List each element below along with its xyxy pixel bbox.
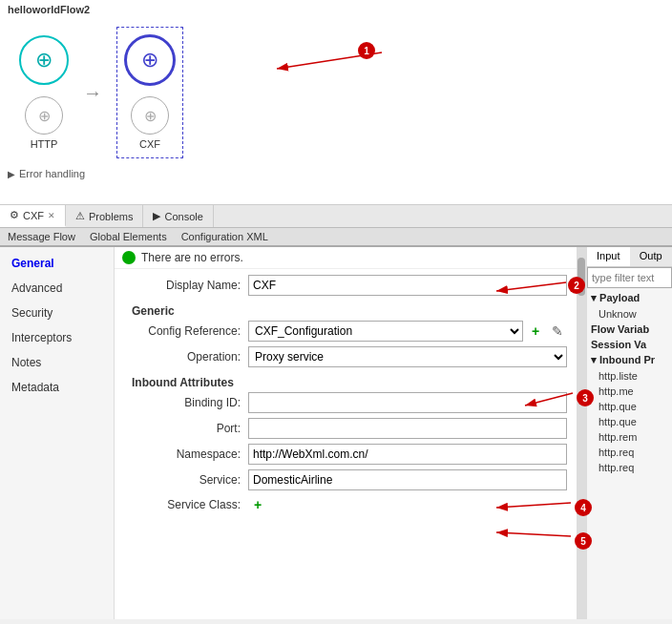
port-label: Port:: [124, 422, 248, 435]
namespace-row: Namespace:: [124, 444, 567, 465]
tree-payload[interactable]: ▾ Payload: [587, 290, 672, 306]
cxf-node-circle: ⊕: [125, 35, 175, 85]
cxf-node[interactable]: ⊕ ⊕ CXF: [125, 35, 175, 150]
service-class-label: Service Class:: [124, 498, 248, 511]
http-small-icon: ⊕: [38, 107, 51, 125]
right-panel: Input Outp ▾ Payload Unknow Flow Variab …: [586, 247, 672, 619]
scrollbar-thumb[interactable]: [578, 258, 585, 296]
tree-inbound-child-6: http.req: [587, 460, 672, 475]
service-input[interactable]: [248, 469, 567, 490]
tree-inbound-pr[interactable]: ▾ Inbound Pr: [587, 352, 672, 368]
sidebar-item-interceptors[interactable]: Interceptors: [0, 325, 114, 350]
http-node-small: ⊕: [25, 96, 63, 135]
operation-select[interactable]: Proxy service: [248, 346, 567, 367]
config-ref-row: Config Reference: CXF_Configuration + ✎: [124, 321, 567, 342]
cxf-node-small: ⊕: [131, 96, 169, 135]
config-xml-link[interactable]: Configuration XML: [181, 231, 268, 242]
tree-section: ▾ Payload Unknow Flow Variab Session Va …: [587, 288, 672, 477]
tree-inbound-child-4: http.rem: [587, 429, 672, 445]
tree-inbound-child-5: http.req: [587, 445, 672, 460]
status-dot-icon: [122, 251, 136, 264]
tab-cxf-icon: ⚙: [10, 209, 19, 221]
filter-input[interactable]: [587, 267, 672, 288]
http-globe-icon: ⊕: [35, 48, 52, 73]
tree-inbound-child-1: http.me: [587, 384, 672, 399]
sidebar-item-general[interactable]: General: [0, 251, 114, 276]
tree-inbound-child-3: http.que: [587, 414, 672, 429]
config-ref-add-icon[interactable]: +: [526, 322, 545, 341]
tab-cxf-close[interactable]: ✕: [48, 211, 55, 220]
tree-session-var[interactable]: Session Va: [587, 337, 672, 352]
right-tab-input[interactable]: Input: [587, 247, 630, 266]
operation-row: Operation: Proxy service: [124, 346, 567, 367]
display-name-input[interactable]: [248, 275, 567, 296]
tab-problems-label: Problems: [89, 211, 133, 222]
namespace-label: Namespace:: [124, 447, 248, 461]
service-class-add-icon[interactable]: +: [248, 495, 267, 514]
flow-arrow: →: [83, 82, 102, 104]
tree-payload-child: Unknow: [587, 306, 672, 322]
sidebar-item-security[interactable]: Security: [0, 301, 114, 325]
display-name-label: Display Name:: [124, 279, 248, 292]
error-handling-label: Error handling: [19, 168, 85, 179]
tab-problems[interactable]: ⚠ Problems: [66, 205, 143, 227]
generic-section-title: Generic: [124, 301, 567, 321]
port-input[interactable]: [248, 418, 567, 439]
port-row: Port:: [124, 418, 567, 439]
namespace-input[interactable]: [248, 444, 567, 465]
bottom-panel: General Advanced Security Interceptors N…: [0, 247, 672, 619]
binding-id-label: Binding ID:: [124, 396, 248, 409]
sidebar: General Advanced Security Interceptors N…: [0, 247, 115, 619]
flow-diagram: ⊕ ⊕ HTTP → ⊕ ⊕ CXF: [0, 19, 672, 166]
inbound-section-title: Inbound Attributes: [124, 372, 567, 392]
right-tabs: Input Outp: [587, 247, 672, 267]
operation-label: Operation:: [124, 350, 248, 364]
cxf-selected-box[interactable]: ⊕ ⊕ CXF: [116, 27, 183, 158]
cxf-globe-icon: ⊕: [141, 48, 158, 73]
binding-id-input[interactable]: [248, 392, 567, 413]
sidebar-item-metadata[interactable]: Metadata: [0, 375, 114, 400]
config-ref-select[interactable]: CXF_Configuration: [248, 321, 523, 342]
status-bar: There are no errors.: [115, 247, 577, 269]
cxf-node-label: CXF: [139, 138, 160, 150]
http-node-label: HTTP: [31, 138, 58, 150]
tree-inbound-child-2: http.que: [587, 399, 672, 414]
right-tab-output[interactable]: Outp: [630, 247, 673, 266]
error-handling[interactable]: ▶ Error handling: [0, 166, 672, 181]
config-ref-edit-icon[interactable]: ✎: [548, 322, 567, 341]
http-node[interactable]: ⊕ ⊕ HTTP: [19, 35, 69, 150]
sidebar-item-advanced[interactable]: Advanced: [0, 276, 114, 301]
tab-cxf-label: CXF: [23, 210, 44, 221]
msgflow-bar: Message Flow Global Elements Configurati…: [0, 228, 672, 247]
tree-flow-vars[interactable]: Flow Variab: [587, 322, 672, 337]
http-node-circle: ⊕: [19, 35, 69, 85]
tree-inbound-child-0: http.liste: [587, 368, 672, 384]
tab-console[interactable]: ▶ Console: [143, 205, 213, 227]
error-triangle-icon: ▶: [8, 169, 15, 179]
tab-console-label: Console: [164, 211, 202, 222]
tab-bar: ⚙ CXF ✕ ⚠ Problems ▶ Console: [0, 205, 672, 228]
flow-canvas: helloworldFlow2 ⊕ ⊕ HTTP → ⊕ ⊕ CXF: [0, 0, 672, 205]
flow-title: helloworldFlow2: [0, 0, 672, 19]
status-text: There are no errors.: [141, 251, 243, 264]
form-area: Display Name: Generic Config Reference: …: [115, 269, 577, 525]
binding-id-row: Binding ID:: [124, 392, 567, 413]
config-ref-select-row: CXF_Configuration + ✎: [248, 321, 567, 342]
main-form: There are no errors. Display Name: Gener…: [115, 247, 577, 619]
msgflow-link[interactable]: Message Flow: [8, 231, 75, 242]
service-row: Service:: [124, 469, 567, 490]
config-ref-label: Config Reference:: [124, 324, 248, 338]
cxf-small-icon: ⊕: [144, 107, 157, 125]
service-label: Service:: [124, 473, 248, 487]
tab-problems-icon: ⚠: [75, 210, 85, 222]
scrollbar-track[interactable]: [577, 247, 586, 619]
global-elements-link[interactable]: Global Elements: [90, 231, 167, 242]
sidebar-item-notes[interactable]: Notes: [0, 350, 114, 375]
tab-console-icon: ▶: [153, 210, 160, 222]
display-name-row: Display Name:: [124, 275, 567, 296]
service-class-row: Service Class: +: [124, 495, 567, 514]
tab-cxf[interactable]: ⚙ CXF ✕: [0, 205, 66, 227]
